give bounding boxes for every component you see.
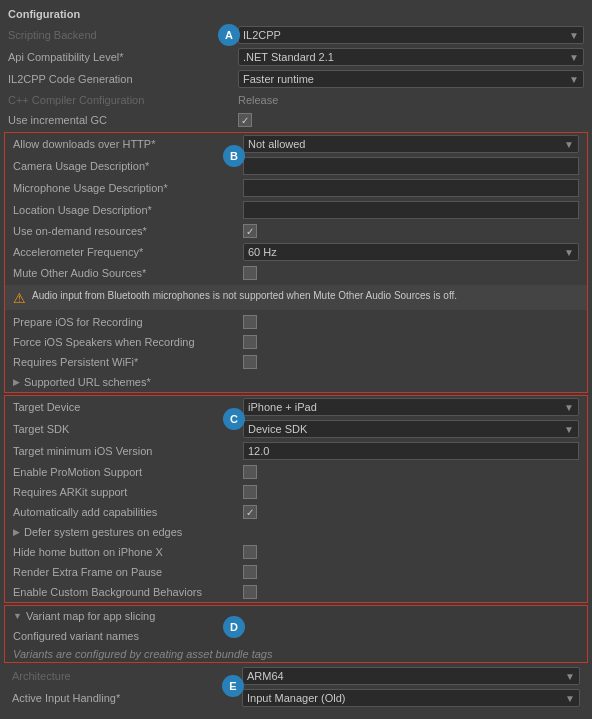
section-e-box: E Architecture ARM64 ▼ Active Input Hand… (4, 665, 588, 709)
camera-usage-input[interactable] (243, 157, 579, 175)
il2cpp-codegen-dropdown[interactable]: Faster runtime ▼ (238, 70, 584, 88)
hide-home-button-label: Hide home button on iPhone X (13, 546, 243, 558)
il2cpp-codegen-row: IL2CPP Code Generation Faster runtime ▼ (0, 68, 592, 90)
camera-usage-label: Camera Usage Description* (13, 160, 243, 172)
scripting-backend-label: Scripting Backend (8, 29, 238, 41)
auto-capabilities-checkbox[interactable] (243, 505, 257, 519)
accel-freq-label: Accelerometer Frequency* (13, 246, 243, 258)
badge-c: C (223, 408, 245, 430)
render-extra-row: Render Extra Frame on Pause (5, 562, 587, 582)
mute-audio-checkbox[interactable] (243, 266, 257, 280)
api-compat-dropdown[interactable]: .NET Standard 2.1 ▼ (238, 48, 584, 66)
scripting-backend-dropdown[interactable]: IL2CPP ▼ (238, 26, 584, 44)
hide-home-button-row: Hide home button on iPhone X (5, 542, 587, 562)
mute-audio-row: Mute Other Audio Sources* (5, 263, 587, 283)
dropdown-arrow-icon: ▼ (565, 671, 575, 682)
panel-header: Configuration (0, 4, 592, 24)
configured-names-label: Configured variant names (13, 630, 243, 642)
configuration-panel: Configuration Scripting Backend IL2CPP ▼… (0, 0, 592, 715)
dropdown-arrow-icon: ▼ (564, 247, 574, 258)
dropdown-arrow-icon: ▼ (569, 74, 579, 85)
il2cpp-codegen-label: IL2CPP Code Generation (8, 73, 238, 85)
warning-box: ⚠ Audio input from Bluetooth microphones… (5, 285, 587, 310)
section-d-box: D ▼ Variant map for app slicing Configur… (4, 605, 588, 663)
prepare-ios-label: Prepare iOS for Recording (13, 316, 243, 328)
enable-custom-bg-checkbox[interactable] (243, 585, 257, 599)
use-on-demand-row: Use on-demand resources* (5, 221, 587, 241)
variants-description: Variants are configured by creating asse… (5, 646, 587, 662)
dropdown-arrow-icon: ▼ (564, 424, 574, 435)
target-sdk-row: Target SDK Device SDK ▼ (5, 418, 587, 440)
auto-capabilities-label: Automatically add capabilities (13, 506, 243, 518)
target-min-ios-input[interactable]: 12.0 (243, 442, 579, 460)
dropdown-arrow-icon: ▼ (564, 402, 574, 413)
badge-d: D (223, 616, 245, 638)
use-incremental-gc-label: Use incremental GC (8, 114, 238, 126)
enable-custom-bg-label: Enable Custom Background Behaviors (13, 586, 243, 598)
render-extra-label: Render Extra Frame on Pause (13, 566, 243, 578)
foldout-arrow-icon: ▶ (13, 377, 20, 387)
use-on-demand-checkbox[interactable] (243, 224, 257, 238)
auto-capabilities-row: Automatically add capabilities (5, 502, 587, 522)
requires-arkit-row: Requires ARKit support (5, 482, 587, 502)
use-on-demand-label: Use on-demand resources* (13, 225, 243, 237)
allow-downloads-dropdown[interactable]: Not allowed ▼ (243, 135, 579, 153)
prepare-ios-checkbox[interactable] (243, 315, 257, 329)
microphone-usage-row: Microphone Usage Description* (5, 177, 587, 199)
location-usage-row: Location Usage Description* (5, 199, 587, 221)
location-usage-input[interactable] (243, 201, 579, 219)
enable-promotion-checkbox[interactable] (243, 465, 257, 479)
target-sdk-label: Target SDK (13, 423, 243, 435)
allow-downloads-row: Allow downloads over HTTP* Not allowed ▼ (5, 133, 587, 155)
architecture-dropdown[interactable]: ARM64 ▼ (242, 667, 580, 685)
camera-usage-row: Camera Usage Description* (5, 155, 587, 177)
scripting-backend-row: Scripting Backend IL2CPP ▼ A (0, 24, 592, 46)
hide-home-button-checkbox[interactable] (243, 545, 257, 559)
defer-gestures-row[interactable]: ▶ Defer system gestures on edges (5, 522, 587, 542)
accel-freq-dropdown[interactable]: 60 Hz ▼ (243, 243, 579, 261)
use-incremental-gc-checkbox[interactable] (238, 113, 252, 127)
requires-wifi-checkbox[interactable] (243, 355, 257, 369)
requires-wifi-row: Requires Persistent WiFi* (5, 352, 587, 372)
enable-custom-bg-row: Enable Custom Background Behaviors (5, 582, 587, 602)
dropdown-arrow-icon: ▼ (569, 52, 579, 63)
cpp-compiler-label: C++ Compiler Configuration (8, 94, 238, 106)
requires-arkit-checkbox[interactable] (243, 485, 257, 499)
force-speakers-row: Force iOS Speakers when Recording (5, 332, 587, 352)
accel-freq-row: Accelerometer Frequency* 60 Hz ▼ (5, 241, 587, 263)
architecture-row: Architecture ARM64 ▼ (4, 665, 588, 687)
render-extra-checkbox[interactable] (243, 565, 257, 579)
section-b-box: B Allow downloads over HTTP* Not allowed… (4, 132, 588, 393)
active-input-label: Active Input Handling* (12, 692, 242, 704)
mute-audio-label: Mute Other Audio Sources* (13, 267, 243, 279)
warning-text: Audio input from Bluetooth microphones i… (32, 289, 457, 303)
target-device-row: Target Device iPhone + iPad ▼ (5, 396, 587, 418)
requires-arkit-label: Requires ARKit support (13, 486, 243, 498)
force-speakers-label: Force iOS Speakers when Recording (13, 336, 243, 348)
target-min-ios-row: Target minimum iOS Version 12.0 (5, 440, 587, 462)
dropdown-arrow-icon: ▼ (565, 693, 575, 704)
supported-url-label: ▶ Supported URL schemes* (13, 376, 243, 388)
variant-map-row[interactable]: ▼ Variant map for app slicing (5, 606, 587, 626)
enable-promotion-row: Enable ProMotion Support (5, 462, 587, 482)
cpp-compiler-row: C++ Compiler Configuration Release (0, 90, 592, 110)
target-min-ios-label: Target minimum iOS Version (13, 445, 243, 457)
section-c-box: C Target Device iPhone + iPad ▼ Target S… (4, 395, 588, 603)
target-sdk-dropdown[interactable]: Device SDK ▼ (243, 420, 579, 438)
warning-icon: ⚠ (13, 290, 26, 306)
enable-promotion-label: Enable ProMotion Support (13, 466, 243, 478)
prepare-ios-row: Prepare iOS for Recording (5, 312, 587, 332)
foldout-expanded-icon: ▼ (13, 611, 22, 621)
supported-url-row[interactable]: ▶ Supported URL schemes* (5, 372, 587, 392)
architecture-label: Architecture (12, 670, 242, 682)
defer-gestures-label: ▶ Defer system gestures on edges (13, 526, 243, 538)
location-usage-label: Location Usage Description* (13, 204, 243, 216)
active-input-dropdown[interactable]: Input Manager (Old) ▼ (242, 689, 580, 707)
force-speakers-checkbox[interactable] (243, 335, 257, 349)
target-device-label: Target Device (13, 401, 243, 413)
microphone-usage-input[interactable] (243, 179, 579, 197)
target-device-dropdown[interactable]: iPhone + iPad ▼ (243, 398, 579, 416)
requires-wifi-label: Requires Persistent WiFi* (13, 356, 243, 368)
active-input-row: Active Input Handling* Input Manager (Ol… (4, 687, 588, 709)
dropdown-arrow-icon: ▼ (569, 30, 579, 41)
